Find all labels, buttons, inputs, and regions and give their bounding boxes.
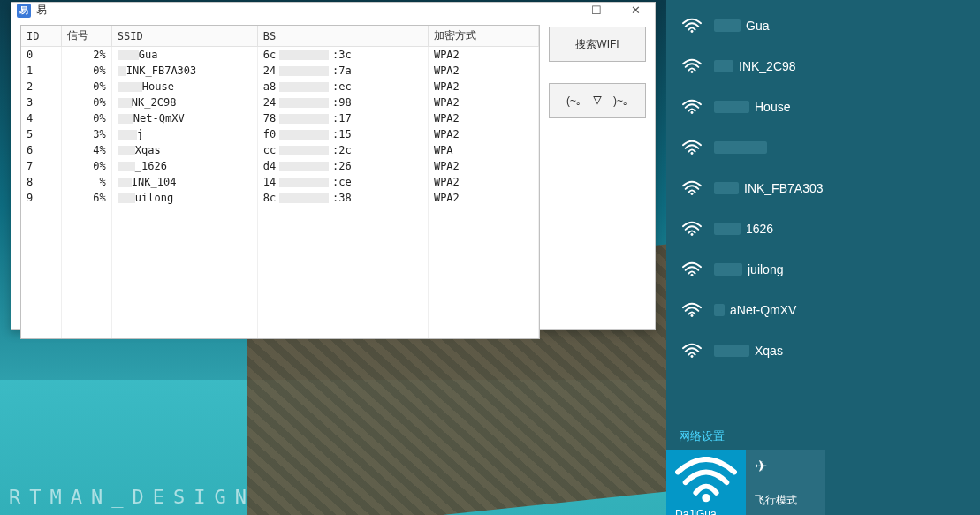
search-wifi-button[interactable]: 搜索WIFI	[549, 27, 646, 62]
cell-id: 7	[21, 158, 61, 174]
airplane-tile-label: 飞行模式	[755, 493, 817, 508]
svg-point-2	[691, 111, 694, 114]
cell-ssid: _1626	[111, 158, 257, 174]
cell-id: 5	[21, 126, 61, 142]
network-item[interactable]: House	[666, 87, 980, 127]
face-button[interactable]: (~｡￣▽￣)~｡	[549, 83, 646, 118]
cell-bssid: 24:98	[257, 95, 428, 110]
cell-enc: WPA2	[428, 190, 538, 206]
table-row[interactable]: 30%NK_2C9824:98WPA2	[21, 95, 539, 110]
close-button[interactable]: ✕	[616, 3, 655, 18]
cell-ssid: INK_FB7A303	[111, 63, 257, 79]
wifi-tile-label: DaJiGua	[675, 508, 737, 516]
table-row[interactable]: 64%Xqascc:2cWPA	[21, 142, 539, 158]
table-row	[21, 206, 539, 219]
network-settings-link[interactable]: 网络设置	[666, 427, 980, 450]
cell-id: 4	[21, 110, 61, 126]
network-item[interactable]: aNet-QmXV	[666, 290, 980, 330]
cell-id: 2	[21, 79, 61, 95]
table-row[interactable]: 70%_1626d4:26WPA2	[21, 158, 539, 174]
network-name: House	[714, 100, 790, 114]
network-item[interactable]: Gua	[666, 5, 980, 46]
table-row[interactable]: 20%Housea8:ecWPA2	[21, 79, 539, 95]
cell-bssid: a8:ec	[257, 79, 428, 95]
wifi-tile[interactable]: DaJiGua	[666, 450, 746, 515]
cell-enc: WPA2	[428, 47, 538, 64]
svg-point-4	[691, 193, 694, 195]
table-row[interactable]: 8%INK_10414:ceWPA2	[21, 174, 539, 190]
watermark: RTMAN_DESIGN	[9, 486, 255, 508]
cell-ssid: INK_104	[111, 174, 257, 190]
airplane-tile[interactable]: ✈ 飞行模式	[746, 450, 825, 515]
cell-ssid: Xqas	[111, 142, 257, 158]
network-item[interactable]: INK_2C98	[666, 46, 980, 87]
cell-ssid: Net-QmXV	[111, 110, 257, 126]
wifi-table-container: ID 信号 SSID BS 加密方式 02%Gua6c:3cWPA210%INK…	[20, 25, 540, 339]
titlebar[interactable]: 易 易 — ☐ ✕	[11, 3, 655, 18]
network-name	[714, 141, 767, 154]
maximize-button[interactable]: ☐	[577, 3, 616, 18]
col-header-signal[interactable]: 信号	[61, 26, 111, 47]
cell-enc: WPA	[428, 142, 538, 158]
quick-tiles: DaJiGua ✈ 飞行模式	[666, 450, 980, 515]
network-name: INK_FB7A303	[714, 181, 824, 195]
cell-id: 0	[21, 47, 61, 64]
table-row	[21, 246, 539, 259]
svg-point-8	[691, 355, 694, 358]
svg-point-0	[691, 30, 694, 33]
cell-ssid: j	[111, 126, 257, 142]
table-row[interactable]: 40%Net-QmXV78:17WPA2	[21, 110, 539, 126]
table-row	[21, 259, 539, 272]
svg-point-1	[691, 71, 694, 73]
table-row[interactable]: 02%Gua6c:3cWPA2	[21, 47, 539, 64]
network-item[interactable]: 1626	[666, 208, 980, 249]
cell-ssid: Gua	[111, 47, 257, 64]
minimize-button[interactable]: —	[538, 3, 577, 18]
cell-bssid: 78:17	[257, 110, 428, 126]
cell-ssid: uilong	[111, 190, 257, 206]
cell-bssid: cc:2c	[257, 142, 428, 158]
col-header-id[interactable]: ID	[21, 26, 61, 47]
cell-id: 1	[21, 63, 61, 79]
cell-signal: 3%	[61, 126, 111, 142]
col-header-enc[interactable]: 加密方式	[428, 26, 538, 47]
table-row	[21, 232, 539, 246]
network-name: aNet-QmXV	[714, 303, 796, 317]
cell-signal: 0%	[61, 63, 111, 79]
network-item[interactable]: INK_FB7A303	[666, 168, 980, 208]
network-name: INK_2C98	[714, 59, 796, 73]
network-list: GuaINK_2C98HouseINK_FB7A3031626juilongaN…	[666, 0, 980, 427]
network-name: juilong	[714, 262, 783, 276]
table-row[interactable]: 53%jf0:15WPA2	[21, 126, 539, 142]
col-header-ssid[interactable]: SSID	[111, 26, 257, 47]
cell-id: 6	[21, 142, 61, 158]
col-header-bssid[interactable]: BS	[257, 26, 428, 47]
cell-enc: WPA2	[428, 158, 538, 174]
cell-signal: 0%	[61, 79, 111, 95]
network-item[interactable]	[666, 127, 980, 168]
cell-signal: 4%	[61, 142, 111, 158]
cell-bssid: f0:15	[257, 126, 428, 142]
table-row[interactable]: 96%uilong8c:38WPA2	[21, 190, 539, 206]
airplane-icon: ✈	[755, 457, 817, 476]
network-item[interactable]: juilong	[666, 249, 980, 290]
cell-ssid: House	[111, 79, 257, 95]
network-flyout: GuaINK_2C98HouseINK_FB7A3031626juilongaN…	[666, 0, 980, 515]
cell-enc: WPA2	[428, 79, 538, 95]
cell-signal: 0%	[61, 158, 111, 174]
svg-point-7	[691, 314, 694, 317]
network-item[interactable]: Xqas	[666, 330, 980, 371]
cell-enc: WPA2	[428, 126, 538, 142]
wifi-signal-icon	[682, 58, 702, 74]
wifi-signal-icon	[682, 18, 702, 34]
cell-signal: 6%	[61, 190, 111, 206]
cell-enc: WPA2	[428, 174, 538, 190]
window-title: 易	[36, 3, 47, 18]
cell-enc: WPA2	[428, 110, 538, 126]
cell-bssid: 6c:3c	[257, 47, 428, 64]
wifi-table[interactable]: ID 信号 SSID BS 加密方式 02%Gua6c:3cWPA210%INK…	[21, 26, 539, 338]
cell-bssid: d4:26	[257, 158, 428, 174]
table-row	[21, 219, 539, 232]
svg-point-6	[691, 274, 694, 276]
table-row[interactable]: 10%INK_FB7A30324:7aWPA2	[21, 63, 539, 79]
